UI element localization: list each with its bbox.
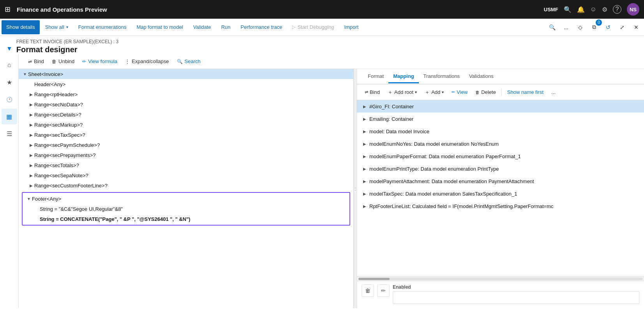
enabled-input[interactable] bbox=[393, 291, 639, 304]
avatar[interactable]: NS bbox=[627, 3, 639, 16]
tree-item-footer[interactable]: ▼ Footer<Any> bbox=[23, 194, 349, 204]
refresh-cmd-icon[interactable]: ↺ bbox=[602, 21, 614, 34]
close-cmd-icon[interactable]: ✕ bbox=[630, 21, 642, 34]
tree-item-secdetails[interactable]: ▶ Range<secDetails>? bbox=[19, 109, 353, 120]
import-button[interactable]: Import bbox=[339, 20, 363, 34]
tab-validations[interactable]: Validations bbox=[464, 70, 498, 83]
mapping-scrollbar[interactable] bbox=[357, 276, 644, 281]
view-formula-button[interactable]: ✏ View formula bbox=[79, 57, 120, 66]
show-details-button[interactable]: Show details bbox=[2, 20, 40, 34]
tab-transformations[interactable]: Transformations bbox=[419, 70, 464, 83]
format-enumerations-button[interactable]: Format enumerations bbox=[74, 20, 131, 34]
expand-rptheader[interactable]: ▶ bbox=[28, 91, 34, 97]
help-icon[interactable]: ? bbox=[613, 5, 621, 14]
content-area: ⇌ Bind 🗑 Unbind ✏ View formula ⋮ Expand/… bbox=[19, 54, 644, 308]
restore-cmd-icon[interactable]: ⤢ bbox=[616, 21, 628, 34]
tree-item-secnodata[interactable]: ▶ Range<secNoData>? bbox=[19, 99, 353, 109]
expand-sheet[interactable]: ▼ bbox=[22, 71, 28, 77]
more-cmd-button[interactable]: ... bbox=[560, 21, 572, 34]
sidebar-icon-modules[interactable]: ☰ bbox=[2, 126, 17, 141]
mapping-bind-button[interactable]: ⇌ Bind bbox=[362, 88, 383, 97]
sidebar-icon-workspaces[interactable]: ▦ bbox=[2, 109, 17, 124]
expand-secnodata[interactable]: ▶ bbox=[28, 101, 34, 108]
map-item-emailing[interactable]: ▶ Emailing: Container bbox=[357, 113, 644, 125]
search-button[interactable]: 🔍 Search bbox=[174, 57, 204, 66]
show-name-first-button[interactable]: Show name first bbox=[504, 88, 547, 97]
expand-secpaymschedule[interactable]: ▶ bbox=[28, 142, 34, 148]
unbind-button[interactable]: 🗑 Unbind bbox=[49, 57, 78, 66]
start-debugging-button[interactable]: ▷ Start Debugging bbox=[288, 20, 339, 34]
scrollbar-thumb[interactable] bbox=[358, 278, 390, 280]
show-all-button[interactable]: Show all ▾ bbox=[41, 20, 73, 34]
expand-secdetails[interactable]: ▶ bbox=[28, 111, 34, 118]
tree-item-rptheader[interactable]: ▶ Range<rptHeader> bbox=[19, 89, 353, 99]
diamond-cmd-icon[interactable]: ◇ bbox=[574, 21, 586, 34]
mapping-more-button[interactable]: ... bbox=[548, 88, 559, 97]
expand-seccustomfooterline[interactable]: ▶ bbox=[28, 182, 34, 189]
search-icon[interactable]: 🔍 bbox=[564, 6, 572, 13]
expand-secprepayments[interactable]: ▶ bbox=[28, 152, 34, 158]
performance-trace-button[interactable]: Performance trace bbox=[236, 20, 287, 34]
map-item-giro[interactable]: ▶ #Giro_FI: Container bbox=[357, 100, 644, 113]
add-button[interactable]: ＋ Add ▾ bbox=[422, 87, 447, 97]
gear-icon[interactable]: ⚙ bbox=[602, 6, 607, 13]
sidebar-icon-recent[interactable]: 🕐 bbox=[2, 92, 17, 107]
mapping-tree[interactable]: ▶ #Giro_FI: Container ▶ Emailing: Contai… bbox=[357, 100, 644, 276]
tree-item-header[interactable]: Header<Any> bbox=[19, 79, 353, 89]
map-item-modeltaxspec[interactable]: ▶ modelTaxSpec: Data model enumeration S… bbox=[357, 187, 644, 200]
map-item-modelpaymentattachment[interactable]: ▶ modelPaymentAttachment: Data model enu… bbox=[357, 175, 644, 187]
tree-item-string2[interactable]: String = CONCATENATE("Page", " &P ", "@S… bbox=[23, 214, 349, 224]
tree-item-sheet[interactable]: ▼ Sheet<Invoice> bbox=[19, 69, 353, 79]
expand-emailing[interactable]: ▶ bbox=[362, 116, 368, 122]
format-tree[interactable]: ▼ Sheet<Invoice> Header<Any> ▶ Range<rpt… bbox=[19, 69, 353, 308]
sidebar-icon-home[interactable]: ⌂ bbox=[2, 57, 17, 73]
tree-item-string1[interactable]: String = "&C&"Segoe UI,Regular"&8" bbox=[23, 204, 349, 214]
expand-modelenumprinttype[interactable]: ▶ bbox=[362, 166, 368, 172]
tab-mapping[interactable]: Mapping bbox=[388, 70, 418, 83]
tree-item-seccustomfooterline[interactable]: ▶ Range<secCustomFooterLine>? bbox=[19, 180, 353, 191]
expand-secsepanote[interactable]: ▶ bbox=[28, 172, 34, 178]
map-item-modelenumpaperformat[interactable]: ▶ modelEnumPaperFormat: Data model enume… bbox=[357, 150, 644, 162]
tree-item-sectotals[interactable]: ▶ Range<secTotals>? bbox=[19, 160, 353, 170]
view-button[interactable]: ✏ View bbox=[448, 88, 471, 97]
expand-modelenumnoyse[interactable]: ▶ bbox=[362, 141, 368, 147]
layers-cmd-icon[interactable]: ⧉ 0 bbox=[588, 21, 600, 34]
expand-footer[interactable]: ▼ bbox=[26, 196, 32, 202]
map-item-modelenumprinttype[interactable]: ▶ modelEnumPrintType: Data model enumera… bbox=[357, 162, 644, 175]
expand-modelenumpaperformat[interactable]: ▶ bbox=[362, 153, 368, 159]
sidebar-icon-favorites[interactable]: ★ bbox=[2, 74, 17, 90]
tree-item-secpaymschedule[interactable]: ▶ Range<secPaymSchedule>? bbox=[19, 140, 353, 150]
expand-rptfooterlinelist[interactable]: ▶ bbox=[362, 203, 368, 209]
expand-giro[interactable]: ▶ bbox=[362, 103, 368, 109]
scrollbar-track[interactable] bbox=[358, 278, 642, 280]
add-root-button[interactable]: ＋ Add root ▾ bbox=[385, 87, 420, 97]
tab-format[interactable]: Format bbox=[363, 70, 388, 83]
map-item-rptfooterlinelist[interactable]: ▶ RptFooterLineList: Calculated field = … bbox=[357, 200, 644, 212]
validate-button[interactable]: Validate bbox=[189, 20, 216, 34]
expand-modelpaymentattachment[interactable]: ▶ bbox=[362, 178, 368, 184]
bind-button[interactable]: ⇌ Bind bbox=[25, 57, 47, 66]
expand-collapse-button[interactable]: ⋮ Expand/collapse bbox=[122, 57, 172, 66]
bottom-edit-button[interactable]: ✏ bbox=[377, 284, 390, 297]
expand-sectaxspec[interactable]: ▶ bbox=[28, 132, 34, 138]
tree-item-secsepanote[interactable]: ▶ Range<secSepaNote>? bbox=[19, 170, 353, 180]
expand-modeltaxspec[interactable]: ▶ bbox=[362, 191, 368, 197]
filter-icon[interactable]: ▼ bbox=[6, 39, 12, 52]
smiley-icon[interactable]: ☺ bbox=[590, 6, 596, 13]
grid-icon[interactable]: ⊞ bbox=[5, 5, 11, 14]
tree-item-secprepayments[interactable]: ▶ Range<secPrepayments>? bbox=[19, 150, 353, 160]
splitter[interactable]: ⋮ bbox=[354, 69, 357, 308]
tree-item-secmarkup[interactable]: ▶ Range<secMarkup>? bbox=[19, 120, 353, 130]
search-cmd-icon[interactable]: 🔍 bbox=[546, 21, 558, 34]
run-button[interactable]: Run bbox=[217, 20, 235, 34]
bottom-delete-button[interactable]: 🗑 bbox=[362, 284, 374, 297]
delete-button[interactable]: 🗑 Delete bbox=[472, 88, 499, 97]
expand-secmarkup[interactable]: ▶ bbox=[28, 122, 34, 128]
map-format-to-model-button[interactable]: Map format to model bbox=[132, 20, 187, 34]
map-item-model[interactable]: ▶ model: Data model Invoice bbox=[357, 125, 644, 138]
expand-model[interactable]: ▶ bbox=[362, 128, 368, 134]
bell-icon[interactable]: 🔔 bbox=[577, 6, 585, 13]
map-item-modelenumnoyse[interactable]: ▶ modelEnumNoYes: Data model enumeration… bbox=[357, 138, 644, 150]
tree-item-sectaxspec[interactable]: ▶ Range<secTaxSpec>? bbox=[19, 130, 353, 140]
expand-sectotals[interactable]: ▶ bbox=[28, 162, 34, 168]
